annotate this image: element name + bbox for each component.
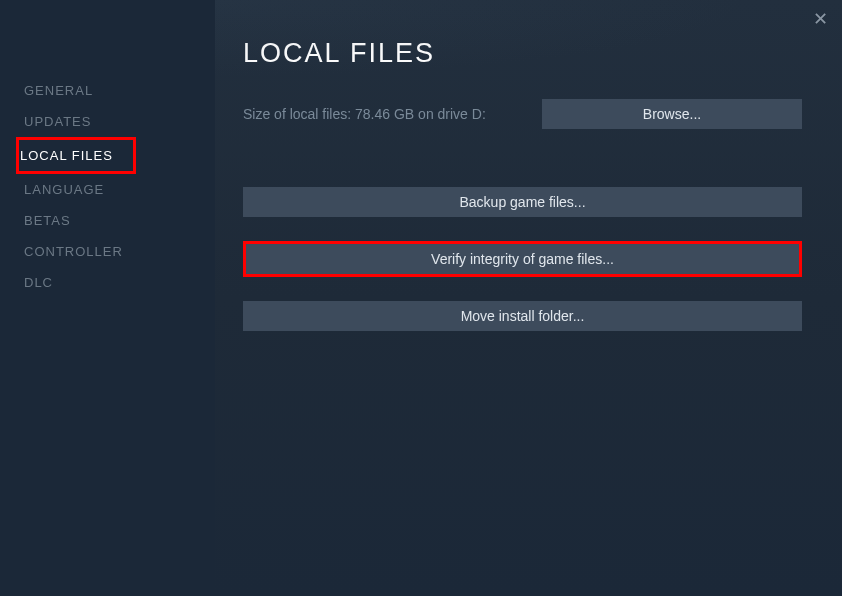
main-panel: ✕ LOCAL FILES Size of local files: 78.46… [215,0,842,596]
move-install-folder-button[interactable]: Move install folder... [243,301,802,331]
page-title: LOCAL FILES [243,38,802,69]
sidebar-item-local-files[interactable]: LOCAL FILES [16,137,136,174]
sidebar-item-general[interactable]: GENERAL [20,75,215,106]
sidebar-item-updates[interactable]: UPDATES [20,106,215,137]
size-info-row: Size of local files: 78.46 GB on drive D… [243,99,802,129]
verify-integrity-highlight: Verify integrity of game files... [243,241,802,277]
sidebar-item-controller[interactable]: CONTROLLER [20,236,215,267]
sidebar-item-betas[interactable]: BETAS [20,205,215,236]
sidebar: GENERAL UPDATES LOCAL FILES LANGUAGE BET… [0,0,215,596]
browse-button[interactable]: Browse... [542,99,802,129]
local-files-size-text: Size of local files: 78.46 GB on drive D… [243,106,486,122]
verify-integrity-button[interactable]: Verify integrity of game files... [246,244,799,274]
backup-game-files-button[interactable]: Backup game files... [243,187,802,217]
close-icon[interactable]: ✕ [813,10,828,28]
sidebar-item-dlc[interactable]: DLC [20,267,215,298]
sidebar-item-language[interactable]: LANGUAGE [20,174,215,205]
